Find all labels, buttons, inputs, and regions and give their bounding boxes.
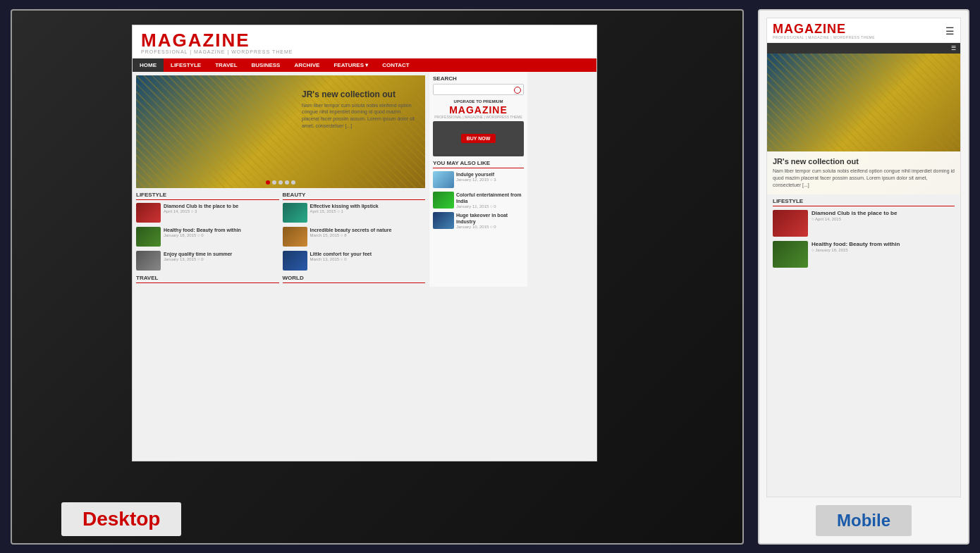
article-meta: April 14, 2015 ○ 3 <box>164 209 238 213</box>
nav-lifestyle[interactable]: LIFESTYLE <box>164 58 208 72</box>
article-thumbnail <box>433 192 454 209</box>
upgrade-preview-image: BUY NOW <box>433 121 524 156</box>
article-meta: January 18, 2015 ○ 0 <box>164 233 241 237</box>
desktop-panel: MAGAZINE PROFESSIONAL | MAGAZINE | WORDP… <box>11 9 744 545</box>
world-label: WORLD <box>283 275 426 283</box>
mobile-label-text: Mobile <box>837 511 890 530</box>
mobile-article-title: Healthy food: Beauty from within <box>811 241 900 248</box>
list-item: Diamond Club is the place to be April 14… <box>136 203 279 223</box>
nav-archive[interactable]: ARCHIVE <box>287 58 326 72</box>
article-title: Huge takeover in boat industry <box>456 212 524 225</box>
article-text: Colorful entertainment from India Januar… <box>456 192 524 209</box>
you-may-like-title: YOU MAY ALSO LIKE <box>433 160 524 168</box>
dot-1[interactable] <box>266 180 270 185</box>
mag-hero-text: JR's new collection out Nam liber tempor… <box>302 89 415 130</box>
mobile-article-text: Healthy food: Beauty from within ○ Janua… <box>811 241 900 268</box>
list-item: Healthy food: Beauty from within January… <box>136 227 279 247</box>
mobile-hero: JR's new collection out Nam liber tempor… <box>767 54 960 194</box>
article-title: Little comfort for your feet <box>310 251 372 257</box>
article-title: Effective kissing with lipstick <box>310 203 379 209</box>
mobile-mag-tagline: PROFESSIONAL | MAGAZINE | WORDPRESS THEM… <box>773 35 875 39</box>
article-text: Huge takeover in boat industry January 1… <box>456 212 524 229</box>
mobile-hero-content: JR's new collection out Nam liber tempor… <box>767 151 960 194</box>
article-image <box>136 227 161 247</box>
article-meta: April 15, 2015 ○ 1 <box>310 209 379 213</box>
carousel-dots <box>266 180 295 185</box>
article-image <box>283 251 307 271</box>
lifestyle-title: LIFESTYLE <box>136 192 279 200</box>
mobile-menu-indicator: ☰ <box>951 45 956 51</box>
mobile-hero-title: JR's new collection out <box>773 157 955 166</box>
nav-contact[interactable]: CONTACT <box>375 58 417 72</box>
mobile-article-title: Diamond Club is the place to be <box>811 210 897 217</box>
mobile-lifestyle-section: LIFESTYLE Diamond Club is the place to b… <box>767 194 960 275</box>
nav-business[interactable]: BUSINESS <box>245 58 288 72</box>
article-meta: March 13, 2015 ○ 0 <box>310 257 372 261</box>
list-item: Huge takeover in boat industry January 1… <box>433 212 524 229</box>
mobile-article-image <box>773 210 808 237</box>
mobile-panel: MAGAZINE PROFESSIONAL | MAGAZINE | WORDP… <box>758 9 969 545</box>
list-item: Enjoy quality time in summer January 13,… <box>136 251 279 271</box>
list-item: Colorful entertainment from India Januar… <box>433 192 524 209</box>
article-thumbnail <box>433 212 454 229</box>
mobile-hero-description: Nam liber tempor cum soluta nobis eleife… <box>773 168 955 188</box>
article-text: Healthy food: Beauty from within January… <box>164 227 241 247</box>
mobile-article-meta: ○ January 18, 2015 <box>811 248 900 252</box>
mag-tagline: PROFESSIONAL | MAGAZINE | WORDPRESS THEM… <box>141 49 588 54</box>
buy-now-button[interactable]: BUY NOW <box>461 134 496 143</box>
mobile-label-box: Mobile <box>816 505 912 536</box>
article-meta: January 13, 2015 ○ 0 <box>164 257 232 261</box>
article-title: Enjoy quality time in summer <box>164 251 232 257</box>
article-title: Incredible beauty secrets of nature <box>310 227 392 233</box>
article-text: Indulge yourself January 12, 2015 ○ 3 <box>456 171 496 188</box>
article-text: Enjoy quality time in summer January 13,… <box>164 251 232 271</box>
list-item: Indulge yourself January 12, 2015 ○ 3 <box>433 171 524 188</box>
desktop-label-box: Desktop <box>61 502 181 536</box>
nav-features[interactable]: FEATURES ▾ <box>326 58 375 72</box>
upgrade-logo: MAGAZINE <box>433 105 524 115</box>
beauty-section: BEAUTY Effective kissing with lipstick A… <box>283 192 426 283</box>
article-meta: January 11, 2015 ○ 0 <box>456 204 524 209</box>
article-text: Effective kissing with lipstick April 15… <box>310 203 379 223</box>
mobile-magazine-mockup: MAGAZINE PROFESSIONAL | MAGAZINE | WORDP… <box>766 18 961 497</box>
upgrade-section: UPGRADE TO PREMIUM MAGAZINE PROFESSIONAL… <box>433 99 524 156</box>
mobile-logo-area: MAGAZINE PROFESSIONAL | MAGAZINE | WORDP… <box>773 23 875 39</box>
article-thumbnail <box>433 171 454 188</box>
dot-5[interactable] <box>291 180 295 185</box>
article-meta: January 10, 2015 ○ 0 <box>456 225 524 229</box>
article-text: Incredible beauty secrets of nature Marc… <box>310 227 392 247</box>
list-item: Little comfort for your feet March 13, 2… <box>283 251 426 271</box>
article-text: Little comfort for your feet March 13, 2… <box>310 251 372 271</box>
list-item: Incredible beauty secrets of nature Marc… <box>283 227 426 247</box>
list-item: Healthy food: Beauty from within ○ Janua… <box>773 241 955 268</box>
list-item: Diamond Club is the place to be ○ April … <box>773 210 955 237</box>
mobile-mag-header: MAGAZINE PROFESSIONAL | MAGAZINE | WORDP… <box>767 18 960 43</box>
mag-content-area: JR's new collection out Nam liber tempor… <box>133 72 596 287</box>
mag-header: MAGAZINE PROFESSIONAL | MAGAZINE | WORDP… <box>133 25 596 58</box>
mobile-nav-bar: ☰ <box>767 43 960 54</box>
desktop-label-text: Desktop <box>82 508 160 530</box>
article-title: Diamond Club is the place to be <box>164 203 238 209</box>
mag-sidebar: SEARCH UPGRADE TO PREMIUM MAGAZINE PROFE… <box>429 72 527 287</box>
dot-3[interactable] <box>278 180 283 185</box>
upgrade-tagline: PROFESSIONAL | MAGAZINE | WORDPRESS THEM… <box>433 115 524 119</box>
nav-travel[interactable]: TRAVEL <box>208 58 244 72</box>
hamburger-icon[interactable]: ☰ <box>945 25 955 37</box>
dot-2[interactable] <box>272 180 276 185</box>
article-meta: January 12, 2015 ○ 3 <box>456 178 496 182</box>
article-image <box>283 227 307 247</box>
mag-sections: LIFESTYLE Diamond Club is the place to b… <box>136 192 425 283</box>
mag-hero: JR's new collection out Nam liber tempor… <box>136 75 425 188</box>
article-image <box>283 203 307 223</box>
dot-4[interactable] <box>285 180 289 185</box>
mobile-article-text: Diamond Club is the place to be ○ April … <box>811 210 897 237</box>
nav-home[interactable]: HOME <box>133 58 164 72</box>
article-title: Indulge yourself <box>456 171 496 178</box>
upgrade-label: UPGRADE TO PREMIUM <box>433 99 524 104</box>
article-title: Healthy food: Beauty from within <box>164 227 241 233</box>
travel-label: TRAVEL <box>136 275 279 283</box>
mobile-mag-logo: MAGAZINE <box>773 23 875 35</box>
mobile-lifestyle-title: LIFESTYLE <box>773 198 955 206</box>
article-image <box>136 203 161 223</box>
search-box[interactable] <box>433 84 524 95</box>
